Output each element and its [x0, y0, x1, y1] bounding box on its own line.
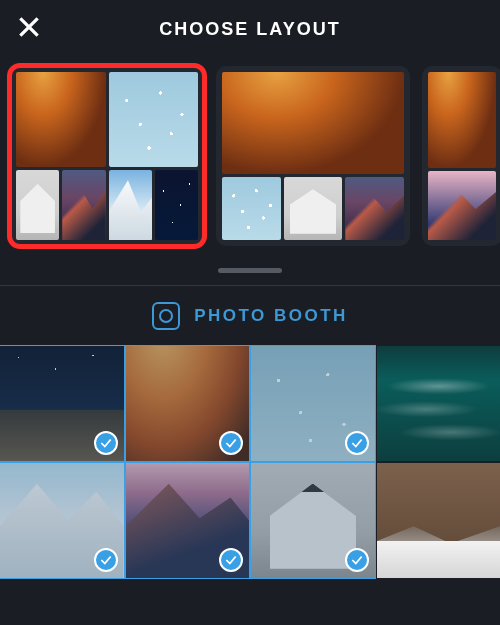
selected-check-icon [345, 548, 369, 572]
collage-tile [16, 170, 59, 240]
selected-check-icon [219, 431, 243, 455]
collage-tile [155, 170, 198, 240]
header: CHOOSE LAYOUT [0, 0, 500, 58]
photo-thumb-antelope-canyon[interactable] [126, 346, 250, 461]
collage-tile [222, 72, 404, 174]
photo-thumb-aframe-house[interactable] [251, 463, 375, 578]
thumbnail-image [377, 463, 501, 578]
collage-tile [345, 177, 404, 240]
selected-check-icon [219, 548, 243, 572]
photo-thumb-cherry-blossom[interactable] [251, 346, 375, 461]
page-title: CHOOSE LAYOUT [159, 19, 340, 40]
photo-thumb-rocky-cliff-snow[interactable] [377, 463, 501, 578]
layout-preview [428, 72, 496, 240]
collage-tile [284, 177, 343, 240]
collage-tile [109, 170, 152, 240]
camera-icon [152, 302, 180, 330]
thumbnail-image [377, 346, 501, 461]
photo-thumb-snowy-mountain[interactable] [0, 463, 124, 578]
photo-thumb-night-beach-stars[interactable] [0, 346, 124, 461]
collage-tile [222, 177, 281, 240]
selected-check-icon [345, 431, 369, 455]
selected-check-icon [94, 548, 118, 572]
collage-tile [428, 171, 496, 240]
layout-option-2[interactable] [216, 66, 410, 246]
close-icon [16, 14, 42, 44]
close-button[interactable] [14, 14, 44, 44]
layout-carousel[interactable] [0, 58, 500, 264]
collage-tile [428, 72, 496, 168]
selected-check-icon [94, 431, 118, 455]
layout-option-3[interactable] [422, 66, 500, 246]
layout-option-1[interactable] [10, 66, 204, 246]
photo-thumb-mountain-sunset[interactable] [126, 463, 250, 578]
photo-thumb-ocean-waves[interactable] [377, 346, 501, 461]
photo-booth-label: PHOTO BOOTH [194, 306, 348, 326]
photo-grid [0, 346, 500, 578]
photo-booth-button[interactable]: PHOTO BOOTH [0, 286, 500, 346]
layout-preview [222, 72, 404, 240]
carousel-scroll-indicator [218, 268, 282, 273]
layout-preview [16, 72, 198, 240]
collage-tile [109, 72, 199, 167]
collage-tile [16, 72, 106, 167]
collage-tile [62, 170, 105, 240]
